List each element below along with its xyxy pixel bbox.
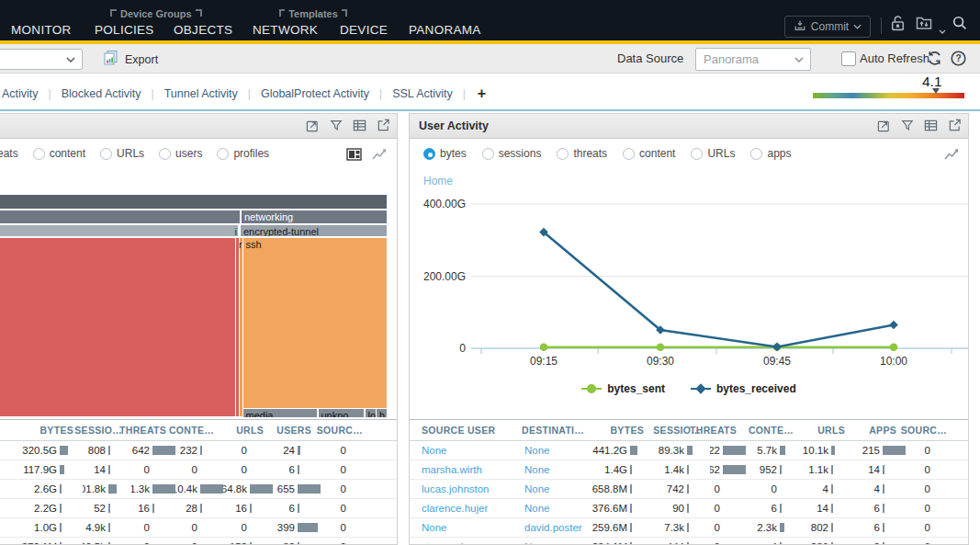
column-header-bytes[interactable]: BYTES — [610, 425, 644, 436]
user-link[interactable]: None — [524, 464, 550, 475]
user-link[interactable]: None — [524, 503, 550, 514]
auto-refresh-checkbox[interactable] — [841, 51, 856, 66]
treemap-cell-media[interactable]: media — [243, 409, 317, 417]
table-row[interactable]: 872.1M22.5k00152320 — [0, 538, 398, 545]
column-header-apps[interactable]: APPS — [869, 425, 896, 436]
radio-users[interactable]: users — [159, 147, 202, 160]
column-header-urls[interactable]: URLS — [236, 425, 264, 436]
table-row[interactable]: 1.0G4.9k0003990 — [0, 518, 398, 538]
table-row[interactable]: marsha.wirthNone1.4G1.4k7629521.1k140 — [410, 460, 969, 480]
view-select-dropdown[interactable] — [0, 49, 83, 70]
user-link[interactable]: None — [524, 483, 550, 494]
table-view-icon[interactable] — [924, 119, 938, 136]
nav-item-network[interactable]: NETWORK — [253, 23, 318, 37]
filter-icon[interactable] — [901, 119, 914, 136]
radio-circle[interactable] — [423, 148, 435, 160]
table-view-icon[interactable] — [353, 119, 366, 136]
radio-circle[interactable] — [482, 148, 494, 160]
treemap-cell[interactable] — [0, 238, 235, 416]
radio-circle[interactable] — [33, 148, 45, 160]
radio-urls[interactable]: URLs — [691, 147, 735, 160]
column-header-conte[interactable]: CONTE… — [169, 425, 214, 436]
radio-content[interactable]: content — [623, 147, 675, 160]
column-header-sourc[interactable]: SOURC… — [901, 425, 947, 436]
breadcrumb-home-link[interactable]: Home — [423, 175, 453, 187]
user-link[interactable]: None — [524, 445, 550, 456]
export-widget-icon[interactable] — [377, 119, 390, 136]
legend-item-bytes_sent[interactable]: bytes_sent — [581, 382, 665, 395]
tab-ssl-activity[interactable]: SSL Activity — [392, 87, 453, 100]
nav-item-panorama[interactable]: PANORAMA — [409, 23, 481, 37]
column-header-bytes[interactable]: BYTES — [39, 425, 73, 436]
treemap-cell-i[interactable]: i — [0, 225, 238, 236]
user-link[interactable]: lucas.johnston — [422, 483, 490, 494]
refresh-icon[interactable] — [926, 50, 943, 71]
search-icon[interactable] — [952, 15, 969, 36]
application-treemap[interactable]: networkingiencrypted-tunnelrsshmediaunkn… — [0, 195, 388, 418]
user-link[interactable]: None — [422, 445, 447, 456]
nav-item-policies[interactable]: POLICIES — [95, 23, 154, 37]
radio-circle[interactable] — [159, 148, 171, 160]
radio-circle[interactable] — [691, 148, 703, 160]
radio-circle[interactable] — [217, 148, 229, 160]
table-row[interactable]: 2.6G101.8k1.3k10.4k64.8k6550 — [0, 480, 398, 499]
filter-icon[interactable] — [330, 119, 343, 136]
lock-open-icon[interactable] — [889, 14, 907, 36]
treemap-cell-h[interactable]: h — [377, 409, 387, 417]
export-widget-icon[interactable] — [948, 119, 962, 136]
tab-tunnel-activity[interactable]: Tunnel Activity — [164, 87, 238, 100]
treemap-cell[interactable] — [0, 195, 387, 209]
radio-circle[interactable] — [100, 148, 112, 160]
column-header-users[interactable]: USERS — [276, 425, 311, 436]
treemap-cell-unkno[interactable]: unkno — [319, 409, 364, 417]
radio-circle[interactable] — [557, 148, 569, 160]
treemap-cell-r[interactable]: r — [236, 238, 239, 416]
maximize-widget-icon[interactable] — [877, 119, 891, 136]
radio-apps[interactable]: apps — [750, 147, 791, 160]
radio-threats[interactable]: threats — [557, 147, 607, 160]
radio-bytes[interactable]: bytes — [423, 147, 467, 160]
table-row[interactable]: 117.9G1400060 — [0, 460, 398, 480]
tab-globalprotect-activity[interactable]: GlobalProtect Activity — [261, 87, 369, 100]
user-link[interactable]: marsha.wirth — [422, 464, 482, 475]
column-header-sourc[interactable]: SOURC… — [317, 425, 363, 436]
user-link[interactable]: None — [524, 541, 550, 545]
column-header-sessio[interactable]: SESSIO… — [74, 425, 122, 436]
table-row[interactable]: 2.2G5216281660 — [0, 499, 398, 518]
table-row[interactable]: steven.sharmaNone234.1M4440423690 — [410, 538, 969, 545]
table-row[interactable]: Nonedavid.poster259.6M7.3k02.3k80260 — [410, 518, 969, 538]
tab-blocked-activity[interactable]: Blocked Activity — [62, 87, 141, 100]
nav-item-monitor[interactable]: MONITOR — [11, 23, 72, 37]
commit-button[interactable]: Commit — [784, 16, 871, 38]
table-row[interactable]: clarence.hujerNone376.6M90061460 — [410, 499, 969, 518]
radio-threats[interactable]: threats — [0, 147, 18, 160]
table-row[interactable]: lucas.johnstonNone658.8M74200440 — [410, 480, 969, 499]
user-link[interactable]: None — [422, 522, 447, 533]
chevron-down-icon[interactable] — [939, 21, 946, 38]
user-link[interactable]: clarence.hujer — [422, 503, 488, 514]
add-tab-button[interactable]: + — [478, 85, 486, 102]
treemap-cell-networking[interactable]: networking — [242, 210, 387, 223]
treemap-cell-ssh[interactable]: ssh — [243, 238, 388, 408]
radio-sessions[interactable]: sessions — [482, 147, 542, 160]
treemap-cell-lo[interactable]: lo — [366, 409, 376, 417]
maximize-widget-icon[interactable] — [306, 119, 320, 136]
line-chart-view-toggle-icon[interactable] — [371, 148, 388, 165]
nav-item-device[interactable]: DEVICE — [340, 23, 388, 37]
treemap-view-toggle-icon[interactable] — [346, 148, 362, 165]
table-row[interactable]: 320.5G8086422320240 — [0, 441, 398, 460]
radio-circle[interactable] — [750, 148, 762, 160]
config-commit-folder-icon[interactable] — [916, 15, 938, 35]
export-button[interactable]: Export — [103, 50, 158, 69]
table-row[interactable]: NoneNone441.2G89.3k7225.7k10.1k2150 — [410, 441, 969, 460]
radio-content[interactable]: content — [33, 147, 85, 160]
legend-item-bytes_received[interactable]: bytes_received — [691, 382, 796, 395]
line-chart-view-toggle-icon[interactable] — [943, 148, 960, 165]
column-header-threats[interactable]: THREATS — [119, 425, 166, 436]
data-source-dropdown[interactable]: Panorama — [695, 48, 811, 71]
user-link[interactable]: steven.sharma — [422, 541, 490, 545]
help-icon[interactable]: ? — [950, 50, 967, 71]
column-header-destinati[interactable]: DESTINATI… — [522, 425, 584, 436]
column-header-threats[interactable]: THREATS — [690, 425, 737, 436]
radio-urls[interactable]: URLs — [100, 147, 144, 160]
